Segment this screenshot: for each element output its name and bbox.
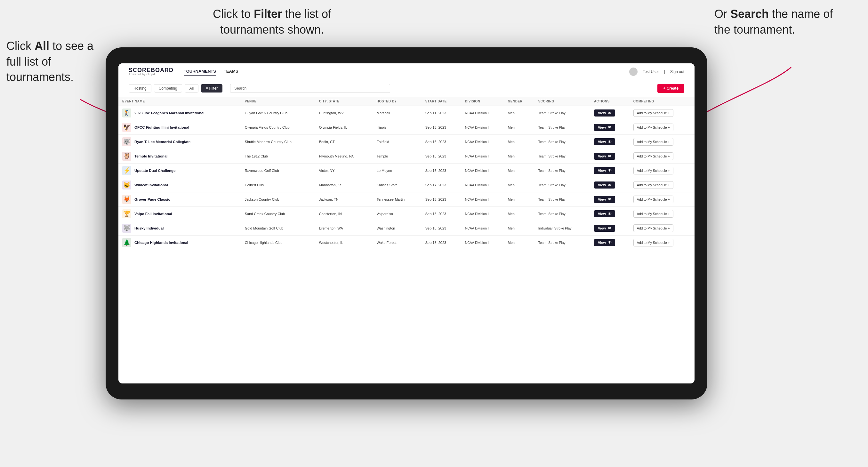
cell-city-state: Plymouth Meeting, PA xyxy=(315,149,373,163)
col-scoring: SCORING xyxy=(534,97,590,106)
cell-venue: Shuttle Meadow Country Club xyxy=(241,135,315,149)
add-to-schedule-button[interactable]: Add to My Schedule + xyxy=(633,152,673,160)
search-input[interactable] xyxy=(230,84,390,93)
cell-hosted-by: Fairfield xyxy=(373,135,422,149)
table-row: 🦊 Grover Page Classic Jackson Country Cl… xyxy=(118,192,694,207)
cell-city-state: Victor, NY xyxy=(315,163,373,178)
view-button[interactable]: View 👁 xyxy=(594,225,615,232)
cell-competing: Add to My Schedule + xyxy=(629,163,694,178)
tournaments-table-container: EVENT NAME VENUE CITY, STATE HOSTED BY S… xyxy=(118,97,694,383)
cell-gender: Men xyxy=(504,192,534,207)
view-button[interactable]: View 👁 xyxy=(594,167,615,174)
add-to-schedule-button[interactable]: Add to My Schedule + xyxy=(633,138,673,146)
table-row: 🐱 Wildcat Invitational Colbert Hills Man… xyxy=(118,178,694,192)
cell-start-date: Sep 11, 2023 xyxy=(422,106,461,120)
view-button[interactable]: View 👁 xyxy=(594,210,615,217)
cell-venue: Gold Mountain Golf Club xyxy=(241,221,315,236)
cell-gender: Men xyxy=(504,207,534,221)
cell-event-name: 🐺 Husky Individual xyxy=(118,221,241,236)
cell-gender: Men xyxy=(504,236,534,250)
cell-event-name: ⚡ Upstate Dual Challenge xyxy=(118,163,241,178)
cell-start-date: Sep 18, 2023 xyxy=(422,221,461,236)
cell-city-state: Huntington, WV xyxy=(315,106,373,120)
annotation-all: Click All to see a full list of tourname… xyxy=(6,38,102,85)
sign-out-link[interactable]: Sign out xyxy=(670,69,684,74)
cell-competing: Add to My Schedule + xyxy=(629,192,694,207)
cell-start-date: Sep 18, 2023 xyxy=(422,207,461,221)
add-to-schedule-button[interactable]: Add to My Schedule + xyxy=(633,224,673,232)
search-box xyxy=(230,84,390,93)
view-button[interactable]: View 👁 xyxy=(594,182,615,189)
cell-hosted-by: Kansas State xyxy=(373,178,422,192)
view-button[interactable]: View 👁 xyxy=(594,153,615,160)
cell-division: NCAA Division I xyxy=(461,106,504,120)
eye-icon: 👁 xyxy=(608,169,611,173)
app-header: SCOREBOARD Powered by clippd TOURNAMENTS… xyxy=(118,63,694,80)
cell-event-name: 🏆 Valpo Fall Invitational xyxy=(118,207,241,221)
add-to-schedule-button[interactable]: Add to My Schedule + xyxy=(633,239,673,246)
filter-button[interactable]: ≡ Filter xyxy=(201,84,222,93)
view-button[interactable]: View 👁 xyxy=(594,110,615,117)
cell-scoring: Team, Stroke Play xyxy=(534,135,590,149)
cell-city-state: Jackson, TN xyxy=(315,192,373,207)
tablet-screen: SCOREBOARD Powered by clippd TOURNAMENTS… xyxy=(118,63,694,383)
cell-scoring: Team, Stroke Play xyxy=(534,106,590,120)
view-button[interactable]: View 👁 xyxy=(594,124,615,131)
main-nav: TOURNAMENTS TEAMS xyxy=(184,67,238,75)
tab-all[interactable]: All xyxy=(185,84,198,93)
cell-gender: Men xyxy=(504,163,534,178)
cell-division: NCAA Division I xyxy=(461,178,504,192)
col-event-name: EVENT NAME xyxy=(118,97,241,106)
tablet-device: SCOREBOARD Powered by clippd TOURNAMENTS… xyxy=(105,48,707,400)
view-button[interactable]: View 👁 xyxy=(594,138,615,145)
eye-icon: 👁 xyxy=(608,226,611,230)
team-logo: 🐱 xyxy=(122,181,131,189)
cell-actions: View 👁 xyxy=(590,192,629,207)
cell-scoring: Team, Stroke Play xyxy=(534,178,590,192)
nav-teams[interactable]: TEAMS xyxy=(224,67,239,75)
view-button[interactable]: View 👁 xyxy=(594,239,615,246)
logo-title: SCOREBOARD xyxy=(129,67,174,73)
tab-competing[interactable]: Competing xyxy=(154,84,182,93)
cell-event-name: 🦅 OFCC Fighting Illini Invitational xyxy=(118,120,241,135)
add-to-schedule-button[interactable]: Add to My Schedule + xyxy=(633,167,673,175)
add-to-schedule-button[interactable]: Add to My Schedule + xyxy=(633,109,673,117)
cell-start-date: Sep 16, 2023 xyxy=(422,135,461,149)
col-gender: GENDER xyxy=(504,97,534,106)
eye-icon: 👁 xyxy=(608,241,611,245)
cell-actions: View 👁 xyxy=(590,207,629,221)
view-button[interactable]: View 👁 xyxy=(594,196,615,203)
add-to-schedule-button[interactable]: Add to My Schedule + xyxy=(633,124,673,131)
user-avatar xyxy=(629,67,638,76)
cell-venue: Colbert Hills xyxy=(241,178,315,192)
cell-gender: Men xyxy=(504,135,534,149)
tab-hosting[interactable]: Hosting xyxy=(129,84,151,93)
team-logo: 🦉 xyxy=(122,152,131,161)
cell-competing: Add to My Schedule + xyxy=(629,149,694,163)
table-row: 🏌️ 2023 Joe Feaganes Marshall Invitation… xyxy=(118,106,694,120)
eye-icon: 👁 xyxy=(608,212,611,216)
cell-start-date: Sep 18, 2023 xyxy=(422,192,461,207)
event-name: Upstate Dual Challenge xyxy=(134,169,176,173)
create-button[interactable]: + Create xyxy=(657,84,684,93)
add-to-schedule-button[interactable]: Add to My Schedule + xyxy=(633,181,673,189)
cell-gender: Men xyxy=(504,106,534,120)
event-name: Ryan T. Lee Memorial Collegiate xyxy=(134,140,190,144)
col-division: DIVISION xyxy=(461,97,504,106)
filter-bar: Hosting Competing All ≡ Filter + Create xyxy=(118,80,694,97)
nav-tournaments[interactable]: TOURNAMENTS xyxy=(184,67,216,75)
cell-hosted-by: Illinois xyxy=(373,120,422,135)
add-to-schedule-button[interactable]: Add to My Schedule + xyxy=(633,195,673,203)
cell-city-state: Chesterton, IN xyxy=(315,207,373,221)
cell-division: NCAA Division I xyxy=(461,207,504,221)
table-row: 🦅 OFCC Fighting Illini Invitational Olym… xyxy=(118,120,694,135)
team-logo: 🦅 xyxy=(122,123,131,132)
table-row: 🌲 Chicago Highlands Invitational Chicago… xyxy=(118,236,694,250)
table-header-row: EVENT NAME VENUE CITY, STATE HOSTED BY S… xyxy=(118,97,694,106)
cell-competing: Add to My Schedule + xyxy=(629,120,694,135)
col-city-state: CITY, STATE xyxy=(315,97,373,106)
add-to-schedule-button[interactable]: Add to My Schedule + xyxy=(633,210,673,218)
cell-hosted-by: Le Moyne xyxy=(373,163,422,178)
team-logo: 🐺 xyxy=(122,224,131,233)
cell-competing: Add to My Schedule + xyxy=(629,106,694,120)
